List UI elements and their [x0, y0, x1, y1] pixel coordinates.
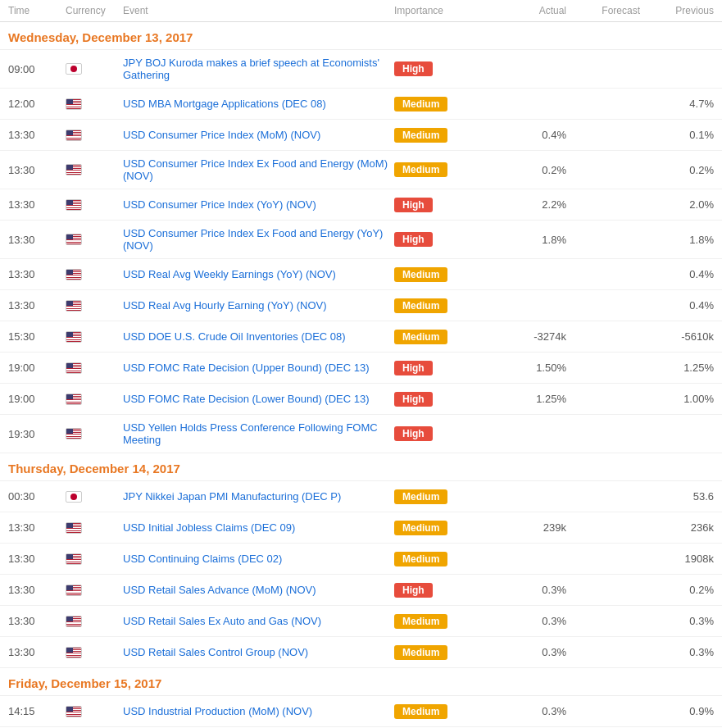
event-name[interactable]: USD Retail Sales Control Group (NOV) [123, 646, 394, 658]
flag-us-icon [66, 300, 82, 312]
event-name[interactable]: USD Initial Jobless Claims (DEC 09) [123, 521, 394, 534]
event-name[interactable]: USD Consumer Price Index Ex Food and Ene… [123, 227, 394, 252]
event-currency [66, 362, 123, 374]
event-row[interactable]: 14:15USD Industrial Production (MoM) (NO… [0, 696, 722, 727]
event-importance: High [394, 426, 493, 441]
event-importance: High [394, 198, 493, 212]
event-row[interactable]: 00:30JPY Nikkei Japan PMI Manufacturing … [0, 481, 722, 512]
calendar-body: Wednesday, December 13, 201709:00JPY BOJ… [0, 22, 722, 728]
flag-us-icon [66, 428, 82, 439]
event-actual: -3274k [493, 330, 566, 343]
event-name[interactable]: USD Real Avg Hourly Earning (YoY) (NOV) [123, 299, 394, 312]
importance-badge: Medium [394, 97, 447, 111]
event-row[interactable]: 13:30USD Continuing Claims (DEC 02)Mediu… [0, 544, 722, 575]
event-row[interactable]: 19:00USD FOMC Rate Decision (Upper Bound… [0, 353, 722, 384]
flag-us-icon [66, 234, 82, 245]
event-previous: 53.6 [640, 490, 714, 503]
event-previous: -5610k [640, 330, 714, 343]
header-currency: Currency [66, 5, 123, 16]
event-name[interactable]: USD FOMC Rate Decision (Upper Bound) (DE… [123, 362, 394, 374]
event-name[interactable]: USD MBA Mortgage Applications (DEC 08) [123, 98, 394, 110]
event-name[interactable]: USD Consumer Price Index Ex Food and Ene… [123, 157, 394, 182]
event-row[interactable]: 15:30USD DOE U.S. Crude Oil Inventories … [0, 321, 722, 353]
event-name[interactable]: USD Yellen Holds Press Conference Follow… [123, 421, 394, 446]
event-currency [66, 428, 123, 439]
event-name[interactable]: USD Retail Sales Advance (MoM) (NOV) [123, 584, 394, 596]
event-importance: Medium [394, 552, 493, 566]
day-header-1: Thursday, December 14, 2017 [0, 453, 722, 481]
event-actual: 0.3% [493, 646, 566, 658]
event-time: 09:00 [8, 63, 66, 75]
event-importance: Medium [394, 298, 493, 313]
event-name[interactable]: USD Consumer Price Index (MoM) (NOV) [123, 129, 394, 141]
event-importance: Medium [394, 162, 493, 177]
day-header-2: Friday, December 15, 2017 [0, 668, 722, 696]
importance-badge: Medium [394, 298, 447, 313]
event-row[interactable]: 09:00JPY BOJ Kuroda makes a brief speech… [0, 50, 722, 89]
event-currency [66, 269, 123, 280]
event-actual: 0.2% [493, 164, 566, 176]
flag-us-icon [66, 647, 82, 658]
event-currency [66, 130, 123, 141]
event-currency [66, 98, 123, 110]
flag-us-icon [66, 269, 82, 280]
event-row[interactable]: 13:30USD Real Avg Weekly Earnings (YoY) … [0, 259, 722, 290]
header-time: Time [8, 5, 66, 16]
event-row[interactable]: 19:00USD FOMC Rate Decision (Lower Bound… [0, 384, 722, 415]
event-name[interactable]: JPY BOJ Kuroda makes a brief speech at E… [123, 57, 394, 81]
event-row[interactable]: 13:30USD Real Avg Hourly Earning (YoY) (… [0, 290, 722, 321]
header-actual: Actual [493, 5, 566, 16]
importance-badge: High [394, 198, 433, 212]
event-importance: Medium [394, 128, 493, 143]
event-importance: Medium [394, 330, 493, 344]
event-currency [66, 706, 123, 717]
event-name[interactable]: USD Industrial Production (MoM) (NOV) [123, 705, 394, 717]
header-event: Event [123, 5, 394, 16]
event-row[interactable]: 19:30USD Yellen Holds Press Conference F… [0, 415, 722, 453]
event-time: 19:00 [8, 362, 66, 374]
event-importance: Medium [394, 489, 493, 504]
importance-badge: Medium [394, 521, 447, 535]
event-currency [66, 553, 123, 565]
event-currency [66, 491, 123, 503]
flag-us-icon [66, 522, 82, 534]
flag-us-icon [66, 553, 82, 565]
event-row[interactable]: 13:30USD Consumer Price Index Ex Food an… [0, 151, 722, 189]
importance-badge: Medium [394, 704, 447, 719]
event-time: 13:30 [8, 299, 66, 312]
event-row[interactable]: 13:30USD Retail Sales Control Group (NOV… [0, 637, 722, 668]
event-name[interactable]: USD Retail Sales Ex Auto and Gas (NOV) [123, 615, 394, 627]
day-header-0: Wednesday, December 13, 2017 [0, 22, 722, 50]
table-header: Time Currency Event Importance Actual Fo… [0, 0, 722, 22]
event-actual: 1.8% [493, 234, 566, 246]
importance-badge: High [394, 232, 433, 247]
event-name[interactable]: USD Continuing Claims (DEC 02) [123, 553, 394, 565]
event-time: 14:15 [8, 705, 66, 717]
event-importance: High [394, 61, 493, 76]
flag-us-icon [66, 164, 82, 175]
event-row[interactable]: 13:30USD Retail Sales Advance (MoM) (NOV… [0, 575, 722, 606]
event-name[interactable]: USD FOMC Rate Decision (Lower Bound) (DE… [123, 393, 394, 405]
event-row[interactable]: 13:30USD Consumer Price Index (YoY) (NOV… [0, 189, 722, 221]
event-importance: Medium [394, 645, 493, 660]
event-currency [66, 199, 123, 211]
event-name[interactable]: JPY Nikkei Japan PMI Manufacturing (DEC … [123, 490, 394, 503]
event-name[interactable]: USD DOE U.S. Crude Oil Inventories (DEC … [123, 330, 394, 343]
event-actual: 2.2% [493, 198, 566, 211]
event-name[interactable]: USD Consumer Price Index (YoY) (NOV) [123, 198, 394, 211]
event-previous: 1.8% [640, 234, 714, 246]
event-actual: 0.3% [493, 615, 566, 627]
event-row[interactable]: 13:30USD Retail Sales Ex Auto and Gas (N… [0, 606, 722, 637]
event-currency [66, 522, 123, 534]
event-row[interactable]: 13:30USD Consumer Price Index (MoM) (NOV… [0, 120, 722, 151]
flag-us-icon [66, 130, 82, 141]
event-row[interactable]: 13:30USD Initial Jobless Claims (DEC 09)… [0, 512, 722, 544]
event-row[interactable]: 13:30USD Consumer Price Index Ex Food an… [0, 221, 722, 259]
event-row[interactable]: 12:00USD MBA Mortgage Applications (DEC … [0, 89, 722, 120]
event-importance: High [394, 232, 493, 247]
event-currency [66, 616, 123, 627]
event-actual: 1.50% [493, 362, 566, 374]
importance-badge: High [394, 61, 433, 76]
event-name[interactable]: USD Real Avg Weekly Earnings (YoY) (NOV) [123, 268, 394, 280]
importance-badge: Medium [394, 162, 447, 177]
